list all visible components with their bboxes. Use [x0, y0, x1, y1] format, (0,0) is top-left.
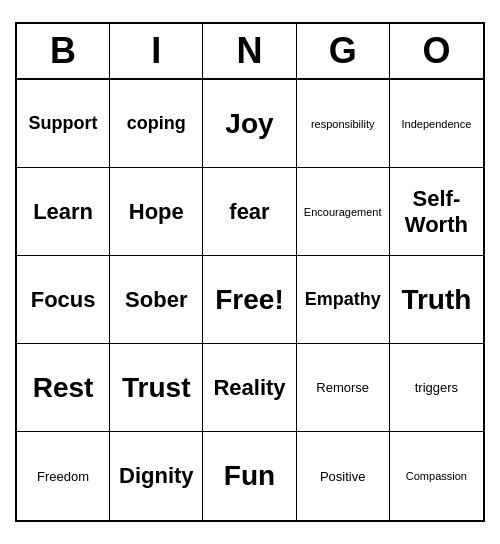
- bingo-cell: triggers: [390, 344, 483, 432]
- header-letter: B: [17, 24, 110, 78]
- bingo-cell: Free!: [203, 256, 296, 344]
- cell-text: Joy: [207, 108, 291, 140]
- bingo-grid: SupportcopingJoyresponsibilityIndependen…: [17, 80, 483, 520]
- cell-text: Trust: [114, 372, 198, 404]
- bingo-cell: Compassion: [390, 432, 483, 520]
- header-letter: O: [390, 24, 483, 78]
- cell-text: Dignity: [114, 463, 198, 489]
- bingo-cell: fear: [203, 168, 296, 256]
- bingo-cell: Encouragement: [297, 168, 390, 256]
- bingo-cell: Focus: [17, 256, 110, 344]
- cell-text: Freedom: [21, 469, 105, 484]
- bingo-cell: Freedom: [17, 432, 110, 520]
- cell-text: Independence: [394, 118, 479, 130]
- bingo-cell: Self-Worth: [390, 168, 483, 256]
- bingo-cell: Joy: [203, 80, 296, 168]
- header-letter: G: [297, 24, 390, 78]
- bingo-cell: Fun: [203, 432, 296, 520]
- bingo-cell: Empathy: [297, 256, 390, 344]
- cell-text: responsibility: [301, 118, 385, 130]
- bingo-cell: Trust: [110, 344, 203, 432]
- cell-text: Remorse: [301, 380, 385, 395]
- bingo-cell: Support: [17, 80, 110, 168]
- cell-text: Reality: [207, 375, 291, 401]
- bingo-cell: Learn: [17, 168, 110, 256]
- header-letter: N: [203, 24, 296, 78]
- cell-text: Compassion: [394, 470, 479, 482]
- header-letter: I: [110, 24, 203, 78]
- bingo-cell: Rest: [17, 344, 110, 432]
- cell-text: coping: [114, 113, 198, 134]
- bingo-cell: Dignity: [110, 432, 203, 520]
- cell-text: Focus: [21, 287, 105, 313]
- bingo-cell: Positive: [297, 432, 390, 520]
- bingo-cell: Sober: [110, 256, 203, 344]
- cell-text: Free!: [207, 284, 291, 316]
- cell-text: Learn: [21, 199, 105, 225]
- bingo-cell: responsibility: [297, 80, 390, 168]
- bingo-cell: Reality: [203, 344, 296, 432]
- cell-text: Fun: [207, 460, 291, 492]
- cell-text: Empathy: [301, 289, 385, 310]
- bingo-cell: Truth: [390, 256, 483, 344]
- cell-text: Encouragement: [301, 206, 385, 218]
- cell-text: Support: [21, 113, 105, 134]
- cell-text: Rest: [21, 372, 105, 404]
- cell-text: Self-Worth: [394, 186, 479, 238]
- cell-text: Sober: [114, 287, 198, 313]
- cell-text: triggers: [394, 380, 479, 395]
- bingo-card: BINGO SupportcopingJoyresponsibilityInde…: [15, 22, 485, 522]
- cell-text: Truth: [394, 284, 479, 316]
- cell-text: Hope: [114, 199, 198, 225]
- bingo-header: BINGO: [17, 24, 483, 80]
- bingo-cell: Independence: [390, 80, 483, 168]
- cell-text: Positive: [301, 469, 385, 484]
- cell-text: fear: [207, 199, 291, 225]
- bingo-cell: Hope: [110, 168, 203, 256]
- bingo-cell: Remorse: [297, 344, 390, 432]
- bingo-cell: coping: [110, 80, 203, 168]
